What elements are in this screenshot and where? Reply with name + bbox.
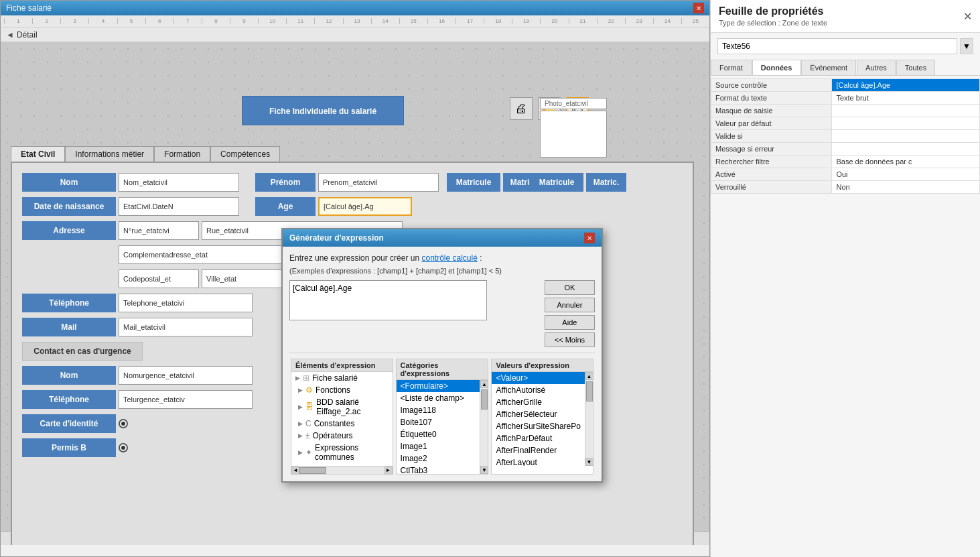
dialog-close-button[interactable]: ✕ [584, 233, 595, 243]
item-label: Fiche salarié [312, 373, 358, 383]
annuler-button[interactable]: Annuler [545, 298, 595, 312]
item-label: Opérateurs [313, 431, 353, 440]
item-label: Image1 [401, 442, 427, 451]
elements-hscrollbar[interactable]: ◄ ► [291, 466, 393, 474]
dialog-action-buttons: OK Annuler Aide << Moins [545, 280, 595, 347]
item-label: AffichParDéfaut [496, 434, 552, 443]
valeurs-vscrollbar[interactable]: ▲ ▼ [585, 372, 593, 466]
list-item[interactable]: AfterFinalRender [492, 444, 585, 456]
item-label: Expressions communes [315, 443, 389, 462]
expand-icon: ▶ [298, 432, 303, 439]
dialog-example: (Exemples d'expressions : [champ1] + [ch… [289, 267, 595, 275]
table-icon: ⊞ [303, 373, 309, 383]
expand-icon: ▶ [298, 449, 303, 456]
scroll-right-arrow[interactable]: ► [384, 467, 393, 475]
dialog-link[interactable]: contrôle calculé [421, 253, 477, 263]
elements-list: ▶ ⊞ Fiche salarié ▶ ⚙ Fonctions ▶ [291, 372, 393, 466]
const-icon: C [305, 419, 311, 428]
db-icon: 🗄 [305, 402, 313, 412]
expand-icon: ▶ [298, 420, 303, 427]
item-label: Étiquette0 [401, 430, 437, 439]
item-label: <Valeur> [496, 373, 528, 383]
item-label: BDD salarié Eiffage_2.ac [316, 397, 389, 416]
item-label: AfterFinalRender [496, 446, 557, 455]
valeurs-panel-title: Valeurs d'expression [492, 359, 593, 372]
item-label: AfficherSélecteur [496, 410, 557, 419]
item-label: AffichAutorisé [496, 385, 545, 395]
item-label: AfficherGrille [496, 397, 541, 407]
scroll-thumb[interactable] [299, 467, 326, 474]
ok-button[interactable]: OK [545, 280, 595, 295]
scroll-up-arrow[interactable]: ▲ [480, 380, 488, 388]
categories-panel: Catégories d'expressions <Formulaire> <L… [396, 359, 489, 475]
list-item[interactable]: AfficherSélecteur [492, 408, 585, 420]
list-item[interactable]: ▶ 🗄 BDD salarié Eiffage_2.ac [291, 396, 393, 418]
list-item[interactable]: ▶ C Constantes [291, 418, 393, 430]
list-item[interactable]: Étiquette0 [397, 428, 480, 440]
dialog-expression-row: [Calcul âge].Age OK Annuler Aide << Moin… [289, 280, 595, 347]
list-item[interactable]: AffichAutorisé [492, 384, 585, 396]
categories-panel-title: Catégories d'expressions [397, 359, 488, 380]
modal-overlay: Générateur d'expression ✕ Entrez une exp… [0, 0, 980, 557]
scroll-thumb[interactable] [481, 389, 488, 410]
list-item[interactable]: Image2 [397, 452, 480, 465]
expand-icon: ▶ [298, 387, 303, 393]
item-label: Image118 [401, 406, 436, 415]
scroll-left-arrow[interactable]: ◄ [291, 467, 299, 475]
expr-icon: ✦ [305, 448, 312, 457]
dialog-title-bar: Générateur d'expression ✕ [283, 229, 602, 247]
scroll-down-arrow[interactable]: ▼ [480, 466, 488, 474]
aide-button[interactable]: Aide [545, 315, 595, 330]
scroll-down-arrow[interactable]: ▼ [585, 458, 593, 466]
list-item-selected[interactable]: <Valeur> [492, 372, 585, 384]
dialog-title-text: Générateur d'expression [289, 233, 384, 243]
categories-vscrollbar[interactable]: ▲ ▼ [480, 380, 488, 474]
valeurs-panel-content: <Valeur> AffichAutorisé AfficherGrille A… [492, 372, 593, 466]
item-label: Constantes [314, 419, 355, 428]
expression-input[interactable]: [Calcul âge].Age [289, 280, 487, 320]
item-label: Image2 [401, 454, 427, 463]
list-item[interactable]: ▶ ± Opérateurs [291, 430, 393, 442]
item-label: <Liste de champ> [401, 393, 464, 403]
list-item[interactable]: <Liste de champ> [397, 392, 480, 404]
scroll-up-arrow[interactable]: ▲ [585, 372, 593, 380]
scroll-thumb[interactable] [586, 381, 593, 401]
item-label: AfficherSurSiteSharePo [496, 422, 581, 431]
list-item[interactable]: Image1 [397, 440, 480, 452]
list-item[interactable]: AffichParDéfaut [492, 432, 585, 444]
list-item[interactable]: Boite107 [397, 416, 480, 428]
item-label: <Formulaire> [401, 381, 448, 391]
list-item[interactable]: ▶ ⊞ Fiche salarié [291, 372, 393, 384]
categories-panel-content: <Formulaire> <Liste de champ> Image118 B… [397, 380, 488, 474]
item-label: Fonctions [316, 385, 350, 395]
expand-icon: ▶ [295, 375, 300, 381]
expression-dialog: Générateur d'expression ✕ Entrez une exp… [281, 228, 603, 483]
elements-panel-content: ▶ ⊞ Fiche salarié ▶ ⚙ Fonctions ▶ [291, 372, 393, 466]
func-icon: ⚙ [305, 385, 313, 395]
dialog-body: Entrez une expression pour créer un cont… [283, 247, 602, 481]
valeurs-list: <Valeur> AffichAutorisé AfficherGrille A… [492, 372, 585, 466]
list-item[interactable]: AfficherSurSiteSharePo [492, 420, 585, 432]
dialog-three-panels: Éléments d'expression ▶ ⊞ Fiche salarié … [289, 353, 595, 475]
moins-button[interactable]: << Moins [545, 332, 595, 347]
item-label: Boite107 [401, 418, 432, 427]
elements-panel: Éléments d'expression ▶ ⊞ Fiche salarié … [291, 359, 393, 475]
dialog-description: Entrez une expression pour créer un cont… [289, 253, 595, 263]
op-icon: ± [305, 431, 310, 440]
expand-icon: ▶ [298, 404, 303, 410]
list-item[interactable]: Image118 [397, 404, 480, 416]
list-item[interactable]: ▶ ✦ Expressions communes [291, 442, 393, 463]
list-item[interactable]: AfficherGrille [492, 396, 585, 408]
scroll-track [299, 467, 384, 474]
item-label: CtlTab3 [401, 466, 428, 474]
list-item[interactable]: AfterLayout [492, 456, 585, 466]
list-item[interactable]: CtlTab3 [397, 465, 480, 474]
list-item[interactable]: ▶ ⚙ Fonctions [291, 384, 393, 396]
elements-panel-title: Éléments d'expression [291, 359, 393, 372]
item-label: AfterLayout [496, 458, 537, 466]
categories-list: <Formulaire> <Liste de champ> Image118 B… [397, 380, 480, 474]
list-item-selected[interactable]: <Formulaire> [397, 380, 480, 392]
valeurs-panel: Valeurs d'expression <Valeur> AffichAuto… [491, 359, 593, 475]
